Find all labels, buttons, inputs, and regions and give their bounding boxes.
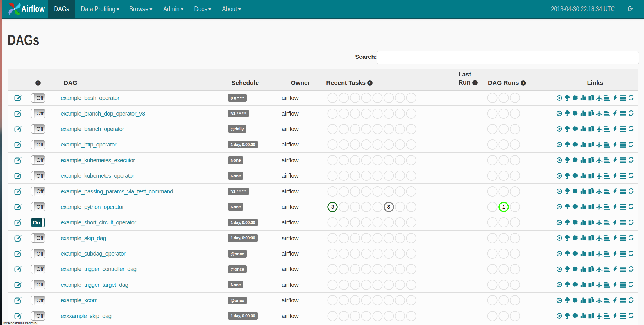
svg-text:1: 1 bbox=[502, 204, 505, 210]
svg-text:8: 8 bbox=[387, 204, 390, 210]
svg-text:3: 3 bbox=[331, 204, 334, 210]
